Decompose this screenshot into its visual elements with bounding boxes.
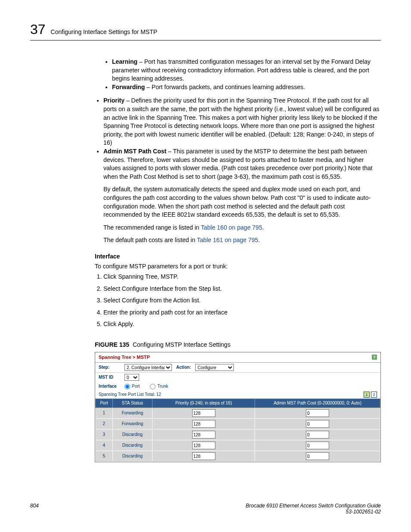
radio-port-input[interactable]	[125, 384, 130, 389]
priority-input[interactable]	[192, 431, 215, 439]
radio-port-label: Port	[132, 383, 140, 389]
action-label: Action:	[176, 364, 191, 370]
step-3: Select Configure from the Action list.	[103, 295, 381, 307]
figure-number: FIGURE 135	[95, 341, 129, 348]
cost-input[interactable]	[306, 420, 329, 428]
section-interface-heading: Interface	[95, 252, 381, 261]
priority-input[interactable]	[192, 409, 215, 417]
step-select[interactable]: 2. Configure Interface	[125, 364, 172, 371]
cell-cost	[255, 440, 380, 451]
bullet-forwarding: Forwarding – Port forwards packets, and …	[112, 83, 381, 92]
cell-priority	[153, 419, 255, 429]
interface-steps: Click Spanning Tree, MSTP. Select Config…	[95, 271, 381, 330]
para-autoconfig: By default, the system automatically det…	[103, 185, 381, 219]
cell-port: 2	[96, 419, 113, 429]
port-list-title: Spanning Tree Port List Total: 12	[99, 392, 161, 398]
ui-breadcrumb-bar: Spanning Tree > MSTP ?	[95, 352, 380, 363]
text: – Port has transmitted configuration mes…	[112, 58, 371, 82]
term: Learning	[112, 58, 137, 65]
help-icon[interactable]: ?	[372, 355, 377, 360]
cell-cost	[255, 419, 380, 429]
step-5: Click Apply.	[103, 318, 381, 330]
radio-trunk-input[interactable]	[150, 384, 156, 389]
radio-port[interactable]: Port	[125, 383, 140, 389]
doc-number: 53-1002651-02	[346, 509, 381, 515]
cell-priority	[153, 429, 255, 440]
col-port: Port	[96, 399, 113, 408]
table-row: 3Discarding	[96, 429, 380, 440]
table-row: 2Forwarding	[96, 419, 380, 429]
page-header: 37 Configuring Interface Settings for MS…	[30, 22, 381, 40]
cell-priority	[153, 408, 255, 419]
para-recommended: The recommended range is listed in Table…	[103, 224, 381, 232]
priority-input[interactable]	[192, 420, 215, 428]
radio-trunk[interactable]: Trunk	[150, 383, 168, 389]
interface-label: Interface	[99, 383, 120, 389]
col-priority: Priority (0-240, in steps of 16)	[153, 399, 255, 408]
link-table-160[interactable]: Table 160 on page 795	[201, 224, 262, 231]
ui-interface-row: Interface Port Trunk	[95, 382, 380, 391]
step-4: Enter the priority and path cost for an …	[103, 307, 381, 319]
text: The default path costs are listed in	[103, 236, 197, 243]
term: Forwarding	[112, 84, 145, 90]
col-cost: Admin MST Path Cost (0-200000000, 0: Aut…	[255, 399, 380, 408]
page-footer: 804 Brocade 6910 Ethernet Access Switch …	[30, 503, 381, 515]
radio-trunk-label: Trunk	[157, 383, 168, 389]
cell-port: 4	[96, 440, 113, 451]
cost-input[interactable]	[306, 431, 329, 439]
cell-priority	[153, 451, 255, 462]
ui-step-row: Step: 2. Configure Interface Action: Con…	[95, 363, 380, 372]
pager-page-1[interactable]: 1	[364, 392, 370, 398]
figure-caption: FIGURE 135 Configuring MSTP Interface Se…	[95, 341, 381, 349]
ui-breadcrumb: Spanning Tree > MSTP	[99, 354, 150, 361]
mstid-label: MST ID	[99, 374, 120, 380]
text: The recommended range is listed in	[103, 224, 201, 231]
guide-title: Brocade 6910 Ethernet Access Switch Conf…	[246, 503, 381, 509]
pager-page-2[interactable]: 2	[371, 392, 377, 398]
text: – Port forwards packets, and continues l…	[145, 84, 305, 90]
cell-port: 3	[96, 429, 113, 440]
bullet-learning: Learning – Port has transmitted configur…	[112, 58, 381, 83]
outer-bullet-list: Priority – Defines the priority used for…	[95, 96, 381, 245]
table-header-row: Port STA Status Priority (0-240, in step…	[96, 399, 380, 408]
chapter-number: 37	[30, 22, 46, 37]
port-table: Port STA Status Priority (0-240, in step…	[95, 398, 380, 462]
cost-input[interactable]	[306, 442, 329, 449]
cell-status: Discarding	[112, 451, 153, 462]
para-default: The default path costs are listed in Tab…	[103, 236, 381, 245]
cell-cost	[255, 408, 380, 419]
link-table-161[interactable]: Table 161 on page 795	[197, 236, 258, 243]
bullet-priority: Priority – Defines the priority used for…	[103, 96, 381, 147]
priority-input[interactable]	[192, 452, 215, 460]
inner-bullet-list: Learning – Port has transmitted configur…	[103, 58, 381, 91]
col-status: STA Status	[112, 399, 153, 408]
page-number: 804	[30, 503, 39, 515]
cell-status: Discarding	[112, 440, 153, 451]
cell-port: 1	[96, 408, 113, 419]
cost-input[interactable]	[306, 452, 329, 460]
cell-cost	[255, 451, 380, 462]
ui-mstid-row: MST ID 0	[95, 373, 380, 382]
step-2: Select Configure Interface from the Step…	[103, 283, 381, 295]
step-label: Step:	[99, 364, 120, 370]
action-select[interactable]: Configure	[195, 364, 234, 371]
figure-title: Configuring MSTP Interface Settings	[133, 341, 230, 348]
table-row: 4Discarding	[96, 440, 380, 451]
table-row: 1Forwarding	[96, 408, 380, 419]
cell-cost	[255, 429, 380, 440]
cell-status: Discarding	[112, 429, 153, 440]
mstid-select[interactable]: 0	[125, 374, 139, 381]
port-list-header: Spanning Tree Port List Total: 12 1 2	[95, 391, 380, 398]
step-1: Click Spanning Tree, MSTP.	[103, 271, 381, 283]
interface-intro: To configure MSTP parameters for a port …	[95, 262, 381, 271]
priority-input[interactable]	[192, 442, 215, 449]
chapter-title: Configuring Interface Settings for MSTP	[51, 28, 157, 35]
cell-priority	[153, 440, 255, 451]
cell-status: Forwarding	[112, 408, 153, 419]
cost-input[interactable]	[306, 409, 329, 417]
text: – Defines the priority used for this por…	[103, 97, 379, 146]
term: Admin MST Path Cost	[103, 148, 166, 155]
bullet-admin-cost: Admin MST Path Cost – This parameter is …	[103, 147, 381, 245]
table-row: 5Discarding	[96, 451, 380, 462]
term: Priority	[103, 97, 125, 104]
